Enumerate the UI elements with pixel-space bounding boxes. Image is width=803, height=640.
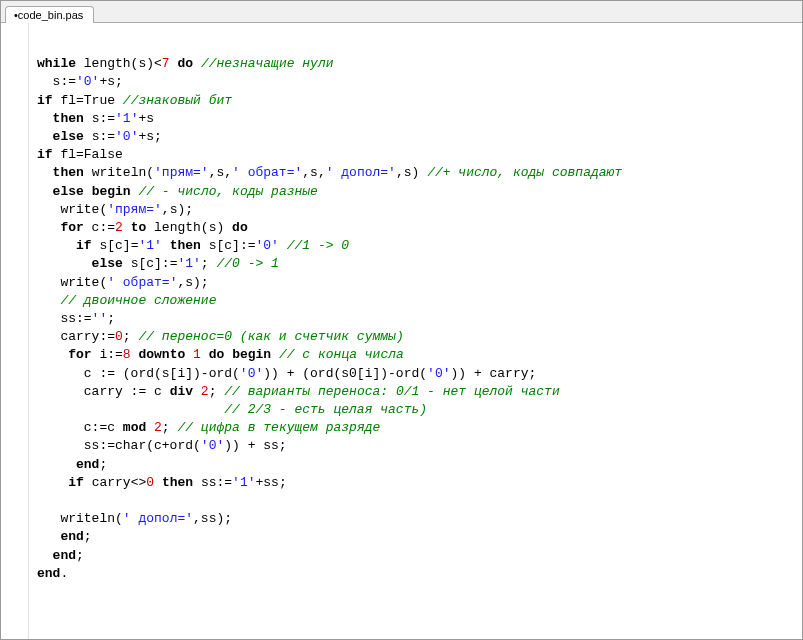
code-line[interactable]: if fl=True //знаковый бит <box>37 92 802 110</box>
code-line[interactable]: carry:=0; // перенос=0 (как и счетчик су… <box>37 328 802 346</box>
code-line[interactable]: else begin // - число, коды разные <box>37 183 802 201</box>
tab-bar: •code_bin.pas <box>1 1 802 23</box>
code-line[interactable]: s:='0'+s; <box>37 73 802 91</box>
code-line[interactable]: while length(s)<7 do //незначащие нули <box>37 55 802 73</box>
code-line[interactable]: then writeln('прям=',s,' обрат=',s,' доп… <box>37 164 802 182</box>
code-line[interactable]: for i:=8 downto 1 do begin // с конца чи… <box>37 346 802 364</box>
code-line[interactable] <box>37 492 802 510</box>
code-line[interactable]: ss:=''; <box>37 310 802 328</box>
code-view[interactable]: while length(s)<7 do //незначащие нули s… <box>29 23 802 639</box>
code-line[interactable]: if carry<>0 then ss:='1'+ss; <box>37 474 802 492</box>
code-line[interactable]: for c:=2 to length(s) do <box>37 219 802 237</box>
code-line[interactable]: writeln(' допол=',ss); <box>37 510 802 528</box>
code-line[interactable]: else s[c]:='1'; //0 -> 1 <box>37 255 802 273</box>
code-line[interactable]: // 2/3 - есть целая часть) <box>37 401 802 419</box>
code-line[interactable]: if fl=False <box>37 146 802 164</box>
code-line[interactable]: if s[c]='1' then s[c]:='0' //1 -> 0 <box>37 237 802 255</box>
code-line[interactable]: // двоичное сложение <box>37 292 802 310</box>
code-line[interactable]: carry := c div 2; // варианты переноса: … <box>37 383 802 401</box>
code-line[interactable]: end; <box>37 547 802 565</box>
gutter <box>1 23 29 639</box>
code-line[interactable]: ss:=char(c+ord('0')) + ss; <box>37 437 802 455</box>
code-line[interactable]: end. <box>37 565 802 583</box>
code-line[interactable]: else s:='0'+s; <box>37 128 802 146</box>
editor-area: while length(s)<7 do //незначащие нули s… <box>1 23 802 639</box>
tab-file[interactable]: •code_bin.pas <box>5 6 94 23</box>
code-line[interactable]: write(' обрат=',s); <box>37 274 802 292</box>
code-line[interactable]: then s:='1'+s <box>37 110 802 128</box>
code-line[interactable]: c:=c mod 2; // цифра в текущем разряде <box>37 419 802 437</box>
code-line[interactable] <box>37 37 802 55</box>
code-line[interactable]: write('прям=',s); <box>37 201 802 219</box>
tab-label: •code_bin.pas <box>14 9 83 21</box>
code-line[interactable]: c := (ord(s[i])-ord('0')) + (ord(s0[i])-… <box>37 365 802 383</box>
code-line[interactable]: end; <box>37 528 802 546</box>
code-line[interactable]: end; <box>37 456 802 474</box>
